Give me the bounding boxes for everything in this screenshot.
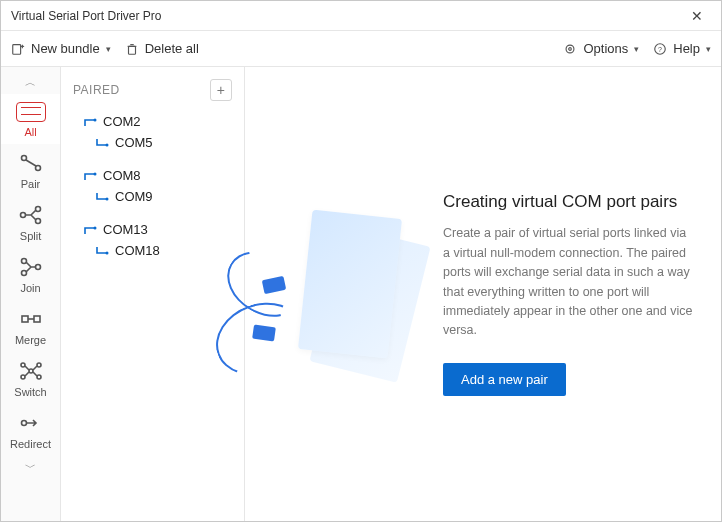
app-window: Virtual Serial Port Driver Pro ✕ New bun… <box>0 0 722 522</box>
body: ︿ All Pair Split Jo <box>1 67 721 521</box>
svg-rect-19 <box>34 316 40 322</box>
svg-point-11 <box>35 166 40 171</box>
rail-item-label: All <box>24 126 36 138</box>
options-label: Options <box>583 41 628 56</box>
port-name: COM2 <box>103 114 141 129</box>
svg-point-12 <box>20 213 25 218</box>
pair-icon <box>1 152 60 174</box>
rail-item-all[interactable]: All <box>1 94 60 144</box>
new-bundle-label: New bundle <box>31 41 100 56</box>
svg-rect-0 <box>13 44 21 54</box>
svg-point-20 <box>21 363 25 367</box>
svg-text:?: ? <box>658 45 662 52</box>
port-child-icon <box>95 245 109 257</box>
split-icon <box>1 204 60 226</box>
close-icon[interactable]: ✕ <box>683 4 711 28</box>
port-child-icon <box>95 191 109 203</box>
rail-item-label: Merge <box>15 334 46 346</box>
titlebar: Virtual Serial Port Driver Pro ✕ <box>1 1 721 31</box>
pair-illustration <box>245 194 425 394</box>
svg-point-6 <box>567 45 575 53</box>
svg-point-26 <box>94 118 97 121</box>
svg-point-29 <box>106 197 109 200</box>
switch-icon <box>1 360 60 382</box>
rail-item-redirect[interactable]: Redirect <box>1 404 60 456</box>
port-row[interactable]: COM2 <box>77 111 234 132</box>
port-row[interactable]: COM18 <box>77 240 234 261</box>
list-header-label: PAIRED <box>73 83 120 97</box>
chevron-down-icon: ▾ <box>106 44 111 54</box>
page-description: Create a pair of virtual serial ports li… <box>443 224 693 340</box>
svg-point-22 <box>21 375 25 379</box>
rail-item-label: Switch <box>14 386 46 398</box>
port-parent-icon <box>83 170 97 182</box>
svg-rect-18 <box>22 316 28 322</box>
rail-scroll-down[interactable]: ﹀ <box>1 456 60 479</box>
window-title: Virtual Serial Port Driver Pro <box>11 9 162 23</box>
rail-item-join[interactable]: Join <box>1 248 60 300</box>
rail-item-label: Pair <box>21 178 41 190</box>
svg-point-31 <box>106 251 109 254</box>
svg-point-23 <box>37 375 41 379</box>
port-name: COM9 <box>115 189 153 204</box>
port-pair: COM13 COM18 <box>61 217 244 271</box>
rail-item-label: Redirect <box>10 438 51 450</box>
rail-scroll-up[interactable]: ︿ <box>1 71 60 94</box>
chevron-down-icon: ▾ <box>706 44 711 54</box>
paired-list-panel: PAIRED + COM2 COM5 COM8 <box>61 67 245 521</box>
delete-all-button[interactable]: Delete all <box>125 41 199 56</box>
svg-point-10 <box>21 156 26 161</box>
chevron-down-icon: ▾ <box>634 44 639 54</box>
port-child-icon <box>95 137 109 149</box>
svg-rect-3 <box>128 46 135 54</box>
rail-item-label: Split <box>20 230 41 242</box>
list-header: PAIRED + <box>61 67 244 109</box>
toolbar: New bundle ▾ Delete all Options ▾ ? Help… <box>1 31 721 67</box>
rail-item-label: Join <box>20 282 40 294</box>
svg-point-17 <box>35 265 40 270</box>
help-icon: ? <box>653 42 667 56</box>
rail-item-merge[interactable]: Merge <box>1 300 60 352</box>
port-parent-icon <box>83 224 97 236</box>
svg-point-25 <box>21 421 26 426</box>
svg-point-28 <box>94 172 97 175</box>
delete-all-label: Delete all <box>145 41 199 56</box>
nav-rail: ︿ All Pair Split Jo <box>1 67 61 521</box>
new-bundle-button[interactable]: New bundle ▾ <box>11 41 111 56</box>
options-button[interactable]: Options ▾ <box>563 41 639 56</box>
gear-icon <box>563 42 577 56</box>
port-pair: COM8 COM9 <box>61 163 244 217</box>
svg-point-30 <box>94 226 97 229</box>
svg-point-21 <box>37 363 41 367</box>
page-title: Creating virtual COM port pairs <box>443 192 693 212</box>
add-pair-icon-button[interactable]: + <box>210 79 232 101</box>
new-bundle-icon <box>11 42 25 56</box>
port-parent-icon <box>83 116 97 128</box>
port-pair: COM2 COM5 <box>61 109 244 163</box>
all-icon <box>16 102 46 122</box>
help-label: Help <box>673 41 700 56</box>
join-icon <box>1 256 60 278</box>
add-new-pair-button[interactable]: Add a new pair <box>443 363 566 396</box>
port-row[interactable]: COM5 <box>77 132 234 153</box>
merge-icon <box>1 308 60 330</box>
rail-item-pair[interactable]: Pair <box>1 144 60 196</box>
port-name: COM18 <box>115 243 160 258</box>
trash-icon <box>125 42 139 56</box>
port-row[interactable]: COM9 <box>77 186 234 207</box>
port-row[interactable]: COM8 <box>77 165 234 186</box>
main-content: Creating virtual COM port pairs Create a… <box>245 67 721 521</box>
redirect-icon <box>1 412 60 434</box>
svg-point-27 <box>106 143 109 146</box>
port-name: COM5 <box>115 135 153 150</box>
svg-point-7 <box>569 47 572 50</box>
content-text: Creating virtual COM port pairs Create a… <box>443 192 693 395</box>
svg-point-24 <box>29 369 33 373</box>
rail-item-split[interactable]: Split <box>1 196 60 248</box>
port-row[interactable]: COM13 <box>77 219 234 240</box>
rail-item-switch[interactable]: Switch <box>1 352 60 404</box>
port-name: COM8 <box>103 168 141 183</box>
port-name: COM13 <box>103 222 148 237</box>
help-button[interactable]: ? Help ▾ <box>653 41 711 56</box>
